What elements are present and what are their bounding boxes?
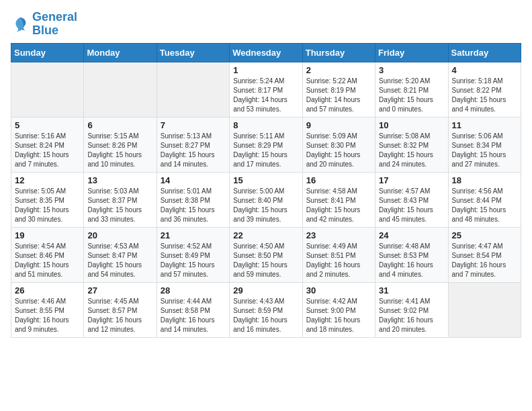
cell-sun-info: Sunrise: 4:53 AM Sunset: 8:47 PM Dayligh… — [87, 242, 152, 279]
day-number: 3 — [379, 65, 444, 75]
cell-sun-info: Sunrise: 5:09 AM Sunset: 8:30 PM Dayligh… — [306, 132, 371, 169]
day-number: 11 — [452, 120, 517, 130]
day-number: 7 — [161, 120, 226, 130]
cell-sun-info: Sunrise: 4:43 AM Sunset: 8:59 PM Dayligh… — [233, 297, 298, 334]
calendar-cell: 20Sunrise: 4:53 AM Sunset: 8:47 PM Dayli… — [84, 227, 157, 282]
cell-sun-info: Sunrise: 4:50 AM Sunset: 8:50 PM Dayligh… — [233, 242, 298, 279]
day-number: 24 — [379, 230, 444, 240]
cell-sun-info: Sunrise: 5:05 AM Sunset: 8:35 PM Dayligh… — [15, 187, 80, 224]
col-header-friday: Friday — [375, 43, 448, 62]
col-header-monday: Monday — [84, 43, 157, 62]
calendar-cell: 10Sunrise: 5:08 AM Sunset: 8:32 PM Dayli… — [375, 117, 448, 172]
calendar-cell: 2Sunrise: 5:22 AM Sunset: 8:19 PM Daylig… — [302, 62, 375, 117]
cell-sun-info: Sunrise: 4:58 AM Sunset: 8:41 PM Dayligh… — [306, 187, 371, 224]
calendar-cell: 6Sunrise: 5:15 AM Sunset: 8:26 PM Daylig… — [84, 117, 157, 172]
calendar-cell: 9Sunrise: 5:09 AM Sunset: 8:30 PM Daylig… — [302, 117, 375, 172]
calendar-cell: 29Sunrise: 4:43 AM Sunset: 8:59 PM Dayli… — [230, 282, 302, 337]
calendar-cell — [157, 62, 229, 117]
cell-sun-info: Sunrise: 5:01 AM Sunset: 8:38 PM Dayligh… — [161, 187, 226, 224]
calendar-week-2: 5Sunrise: 5:16 AM Sunset: 8:24 PM Daylig… — [11, 117, 521, 172]
day-number: 9 — [306, 120, 371, 130]
calendar-cell: 31Sunrise: 4:41 AM Sunset: 9:02 PM Dayli… — [375, 282, 448, 337]
logo: General Blue — [11, 11, 77, 38]
day-number: 28 — [161, 285, 226, 295]
col-header-tuesday: Tuesday — [157, 43, 229, 62]
cell-sun-info: Sunrise: 5:24 AM Sunset: 8:17 PM Dayligh… — [233, 77, 298, 114]
day-number: 21 — [161, 230, 226, 240]
cell-sun-info: Sunrise: 5:08 AM Sunset: 8:32 PM Dayligh… — [379, 132, 444, 169]
cell-sun-info: Sunrise: 5:20 AM Sunset: 8:21 PM Dayligh… — [379, 77, 444, 114]
calendar-cell: 22Sunrise: 4:50 AM Sunset: 8:50 PM Dayli… — [230, 227, 302, 282]
day-number: 8 — [233, 120, 298, 130]
cell-sun-info: Sunrise: 4:45 AM Sunset: 8:57 PM Dayligh… — [87, 297, 152, 334]
day-number: 30 — [306, 285, 371, 295]
cell-sun-info: Sunrise: 5:13 AM Sunset: 8:27 PM Dayligh… — [161, 132, 226, 169]
calendar-cell — [84, 62, 157, 117]
calendar-header-row: SundayMondayTuesdayWednesdayThursdayFrid… — [11, 43, 521, 62]
col-header-thursday: Thursday — [302, 43, 375, 62]
calendar-body: 1Sunrise: 5:24 AM Sunset: 8:17 PM Daylig… — [11, 62, 521, 337]
day-number: 14 — [161, 175, 226, 185]
calendar-cell: 15Sunrise: 5:00 AM Sunset: 8:40 PM Dayli… — [230, 172, 302, 227]
cell-sun-info: Sunrise: 5:11 AM Sunset: 8:29 PM Dayligh… — [233, 132, 298, 169]
day-number: 4 — [452, 65, 517, 75]
col-header-saturday: Saturday — [448, 43, 521, 62]
cell-sun-info: Sunrise: 4:42 AM Sunset: 9:00 PM Dayligh… — [306, 297, 371, 334]
day-number: 19 — [15, 230, 80, 240]
calendar-cell: 30Sunrise: 4:42 AM Sunset: 9:00 PM Dayli… — [302, 282, 375, 337]
calendar-week-3: 12Sunrise: 5:05 AM Sunset: 8:35 PM Dayli… — [11, 172, 521, 227]
calendar-cell: 1Sunrise: 5:24 AM Sunset: 8:17 PM Daylig… — [230, 62, 302, 117]
cell-sun-info: Sunrise: 4:57 AM Sunset: 8:43 PM Dayligh… — [379, 187, 444, 224]
cell-sun-info: Sunrise: 5:15 AM Sunset: 8:26 PM Dayligh… — [87, 132, 152, 169]
calendar-week-1: 1Sunrise: 5:24 AM Sunset: 8:17 PM Daylig… — [11, 62, 521, 117]
day-number: 12 — [15, 175, 80, 185]
calendar-cell: 17Sunrise: 4:57 AM Sunset: 8:43 PM Dayli… — [375, 172, 448, 227]
day-number: 27 — [87, 285, 152, 295]
cell-sun-info: Sunrise: 4:56 AM Sunset: 8:44 PM Dayligh… — [452, 187, 517, 224]
calendar-cell: 7Sunrise: 5:13 AM Sunset: 8:27 PM Daylig… — [157, 117, 229, 172]
col-header-sunday: Sunday — [11, 43, 84, 62]
calendar-cell: 8Sunrise: 5:11 AM Sunset: 8:29 PM Daylig… — [230, 117, 302, 172]
calendar-cell: 12Sunrise: 5:05 AM Sunset: 8:35 PM Dayli… — [11, 172, 84, 227]
calendar-cell: 5Sunrise: 5:16 AM Sunset: 8:24 PM Daylig… — [11, 117, 84, 172]
day-number: 22 — [233, 230, 298, 240]
day-number: 1 — [233, 65, 298, 75]
cell-sun-info: Sunrise: 4:47 AM Sunset: 8:54 PM Dayligh… — [452, 242, 517, 279]
day-number: 13 — [87, 175, 152, 185]
day-number: 16 — [306, 175, 371, 185]
cell-sun-info: Sunrise: 4:44 AM Sunset: 8:58 PM Dayligh… — [161, 297, 226, 334]
cell-sun-info: Sunrise: 4:49 AM Sunset: 8:51 PM Dayligh… — [306, 242, 371, 279]
calendar-cell — [11, 62, 84, 117]
calendar-cell: 3Sunrise: 5:20 AM Sunset: 8:21 PM Daylig… — [375, 62, 448, 117]
calendar-cell: 24Sunrise: 4:48 AM Sunset: 8:53 PM Dayli… — [375, 227, 448, 282]
calendar-week-4: 19Sunrise: 4:54 AM Sunset: 8:46 PM Dayli… — [11, 227, 521, 282]
cell-sun-info: Sunrise: 4:41 AM Sunset: 9:02 PM Dayligh… — [379, 297, 444, 334]
col-header-wednesday: Wednesday — [230, 43, 302, 62]
cell-sun-info: Sunrise: 5:06 AM Sunset: 8:34 PM Dayligh… — [452, 132, 517, 169]
calendar-cell: 18Sunrise: 4:56 AM Sunset: 8:44 PM Dayli… — [448, 172, 521, 227]
calendar-cell: 14Sunrise: 5:01 AM Sunset: 8:38 PM Dayli… — [157, 172, 229, 227]
day-number: 26 — [15, 285, 80, 295]
day-number: 5 — [15, 120, 80, 130]
cell-sun-info: Sunrise: 4:48 AM Sunset: 8:53 PM Dayligh… — [379, 242, 444, 279]
day-number: 20 — [87, 230, 152, 240]
day-number: 18 — [452, 175, 517, 185]
day-number: 10 — [379, 120, 444, 130]
logo-text: General Blue — [32, 11, 77, 38]
day-number: 29 — [233, 285, 298, 295]
cell-sun-info: Sunrise: 5:22 AM Sunset: 8:19 PM Dayligh… — [306, 77, 371, 114]
calendar-cell: 27Sunrise: 4:45 AM Sunset: 8:57 PM Dayli… — [84, 282, 157, 337]
logo-bird-icon — [11, 15, 30, 34]
day-number: 17 — [379, 175, 444, 185]
day-number: 15 — [233, 175, 298, 185]
cell-sun-info: Sunrise: 4:54 AM Sunset: 8:46 PM Dayligh… — [15, 242, 80, 279]
calendar-cell: 19Sunrise: 4:54 AM Sunset: 8:46 PM Dayli… — [11, 227, 84, 282]
day-number: 2 — [306, 65, 371, 75]
cell-sun-info: Sunrise: 5:18 AM Sunset: 8:22 PM Dayligh… — [452, 77, 517, 114]
day-number: 25 — [452, 230, 517, 240]
cell-sun-info: Sunrise: 4:46 AM Sunset: 8:55 PM Dayligh… — [15, 297, 80, 334]
cell-sun-info: Sunrise: 5:00 AM Sunset: 8:40 PM Dayligh… — [233, 187, 298, 224]
calendar-cell: 23Sunrise: 4:49 AM Sunset: 8:51 PM Dayli… — [302, 227, 375, 282]
calendar-cell: 16Sunrise: 4:58 AM Sunset: 8:41 PM Dayli… — [302, 172, 375, 227]
calendar-cell: 13Sunrise: 5:03 AM Sunset: 8:37 PM Dayli… — [84, 172, 157, 227]
